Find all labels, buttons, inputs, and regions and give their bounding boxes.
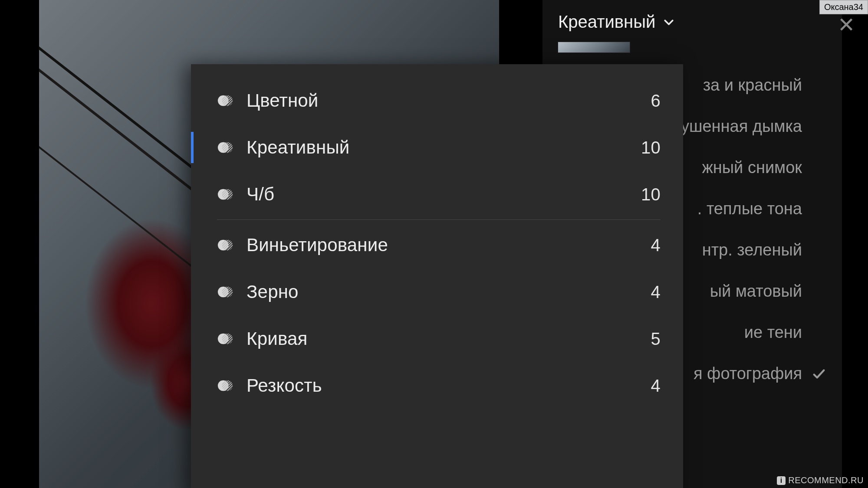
category-list: Цветной 6 Креативный 10 Ч/б 10 Виньетиро… bbox=[191, 77, 683, 409]
preset-label: жный снимок bbox=[702, 158, 802, 177]
svg-point-17 bbox=[222, 334, 233, 344]
svg-point-11 bbox=[222, 240, 233, 251]
presets-category-dropdown[interactable]: Креативный bbox=[542, 0, 842, 42]
category-count: 10 bbox=[641, 138, 661, 157]
category-item[interactable]: Резкость 4 bbox=[191, 362, 683, 409]
preset-label: ый матовый bbox=[710, 282, 802, 301]
preset-label: нтр. зеленый bbox=[702, 241, 802, 259]
category-count: 4 bbox=[651, 282, 661, 302]
category-label: Резкость bbox=[247, 375, 651, 396]
category-count: 4 bbox=[651, 376, 661, 396]
category-label: Цветной bbox=[247, 90, 651, 111]
category-label: Кривая bbox=[247, 328, 651, 349]
close-icon[interactable]: ✕ bbox=[838, 15, 855, 36]
presets-category-title: Креативный bbox=[558, 12, 655, 32]
category-label: Виньетирование bbox=[247, 235, 651, 255]
category-count: 4 bbox=[651, 236, 661, 255]
category-item[interactable]: Виньетирование 4 bbox=[191, 222, 683, 269]
category-label: Креативный bbox=[247, 137, 641, 158]
category-item[interactable]: Цветной 6 bbox=[191, 77, 683, 124]
preset-category-icon bbox=[217, 186, 233, 203]
preset-label: за и красный bbox=[703, 76, 802, 95]
preset-category-icon bbox=[217, 139, 233, 156]
chevron-down-icon bbox=[662, 16, 675, 29]
category-item[interactable]: Креативный 10 bbox=[191, 124, 683, 171]
svg-point-5 bbox=[222, 142, 233, 153]
preset-label: ие тени bbox=[744, 323, 802, 342]
category-count: 10 bbox=[641, 185, 661, 204]
category-count: 5 bbox=[651, 329, 661, 349]
svg-point-20 bbox=[222, 380, 233, 391]
preset-category-icon bbox=[217, 92, 233, 109]
preset-thumbnail[interactable] bbox=[558, 42, 630, 52]
preset-label: . теплые тона bbox=[697, 200, 802, 218]
preset-category-icon bbox=[217, 377, 233, 394]
category-item[interactable]: Кривая 5 bbox=[191, 315, 683, 362]
preset-category-icon bbox=[217, 284, 233, 300]
check-icon bbox=[812, 367, 826, 381]
preset-category-icon bbox=[217, 237, 233, 253]
category-item[interactable]: Ч/б 10 bbox=[191, 171, 683, 218]
preset-category-icon bbox=[217, 331, 233, 347]
category-popup: Цветной 6 Креативный 10 Ч/б 10 Виньетиро… bbox=[191, 64, 683, 488]
category-separator bbox=[217, 219, 661, 220]
category-item[interactable]: Зерно 4 bbox=[191, 269, 683, 315]
svg-point-8 bbox=[222, 189, 233, 200]
site-watermark-text: RECOMMEND.RU bbox=[788, 475, 864, 485]
site-watermark-icon: i bbox=[777, 476, 786, 485]
svg-point-14 bbox=[222, 287, 233, 298]
svg-point-2 bbox=[222, 95, 233, 106]
preset-label: ушенная дымка bbox=[681, 117, 802, 136]
category-count: 6 bbox=[651, 91, 661, 111]
category-label: Ч/б bbox=[247, 184, 641, 205]
username-watermark: Оксана34 bbox=[819, 0, 868, 14]
site-watermark: i RECOMMEND.RU bbox=[777, 475, 864, 485]
preset-label: я фотография bbox=[694, 364, 802, 383]
category-label: Зерно bbox=[247, 282, 651, 302]
